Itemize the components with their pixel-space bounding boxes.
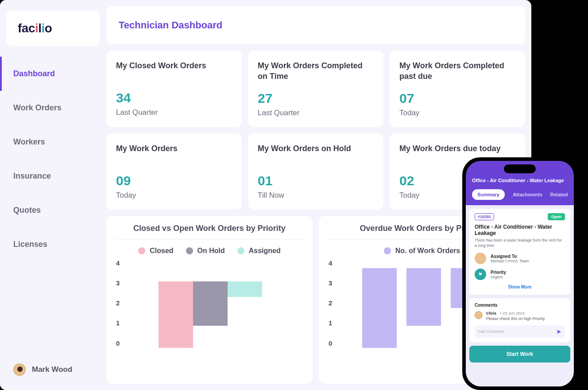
swatch-icon xyxy=(237,247,244,254)
work-order-description: There has been a water leakage form the … xyxy=(475,238,565,248)
stat-title: My Work Orders Completed past due xyxy=(399,60,515,82)
work-order-card: #10291 Open Office - Air Conditioner - W… xyxy=(469,209,570,295)
work-order-id: #10291 xyxy=(475,213,494,220)
desktop-app-window: facilio Dashboard Work Orders Workers In… xyxy=(0,0,531,390)
tab-attachments[interactable]: Attachments xyxy=(513,192,542,197)
tab-summary[interactable]: Summary xyxy=(472,189,505,200)
stat-card-hold: My Work Orders on Hold 01 Till Now xyxy=(248,133,383,210)
stat-value: 09 xyxy=(116,173,232,188)
mobile-body: #10291 Open Office - Air Conditioner - W… xyxy=(466,205,574,386)
stat-value: 01 xyxy=(258,173,374,188)
stat-sub: Today xyxy=(116,191,232,200)
assigned-to-row: Assigned To Michael / HVAC Team xyxy=(475,253,565,264)
swatch-icon xyxy=(186,247,193,254)
bar-assigned xyxy=(228,281,262,297)
work-order-title: Office - Air Conditioner - Water Leakage xyxy=(475,224,565,236)
current-user[interactable]: Mark Wood xyxy=(0,358,106,381)
person-icon xyxy=(475,253,486,264)
stat-title: My Work Orders Completed on Time xyxy=(258,60,374,82)
field-label: Assigned To xyxy=(491,254,529,259)
swatch-icon xyxy=(384,247,391,254)
stat-card-on-time: My Work Orders Completed on Time 27 Last… xyxy=(248,51,383,127)
mobile-page-title: Office - Air Conditioner - Water Leakage xyxy=(472,178,568,183)
stat-value: 27 xyxy=(258,91,374,106)
comments-heading: Comments xyxy=(475,303,565,308)
sidebar-item-dashboard[interactable]: Dashboard xyxy=(0,57,106,91)
priority-row: ⚑ Priority Urgent xyxy=(475,269,565,280)
comment-input[interactable]: Add Comment ➤ xyxy=(475,325,565,338)
chart-closed-vs-open: Closed vs Open Work Orders by Priority C… xyxy=(106,216,313,384)
page-header: Technician Dashboard xyxy=(106,6,525,44)
comments-card: Comments Chris • 23 Jun 2023 Please chec… xyxy=(469,298,570,342)
bar-closed xyxy=(159,281,193,348)
stat-sub: Last Quarter xyxy=(258,109,374,117)
stat-row-1: My Closed Work Orders 34 Last Quarter My… xyxy=(106,51,525,127)
y-axis: 4 3 2 1 0 xyxy=(329,259,332,348)
stat-value: 34 xyxy=(116,90,232,105)
legend-closed: Closed xyxy=(138,247,173,255)
bar-onhold xyxy=(193,281,228,326)
stat-title: My Closed Work Orders xyxy=(116,60,232,82)
bar-overdue-1 xyxy=(362,268,397,348)
swatch-icon xyxy=(138,247,145,254)
mobile-tabs: Summary Attachments Related xyxy=(466,183,574,205)
comment-item: Chris • 23 Jun 2023 Please check this on… xyxy=(475,311,565,321)
logo-card: facilio xyxy=(6,11,100,46)
send-icon[interactable]: ➤ xyxy=(556,328,561,335)
mobile-device-frame: Office - Air Conditioner - Water Leakage… xyxy=(462,157,577,390)
stat-title: My Work Orders xyxy=(116,143,232,164)
sidebar-nav: Dashboard Work Orders Workers Insurance … xyxy=(0,57,106,358)
chart-title: Closed vs Open Work Orders by Priority xyxy=(116,224,303,240)
sidebar-item-workers[interactable]: Workers xyxy=(0,125,106,159)
bar-plot xyxy=(123,259,303,348)
stat-sub: Till Now xyxy=(258,191,374,200)
comment-body: Please check this on high Priority xyxy=(486,316,545,321)
field-value: Michael / HVAC Team xyxy=(491,259,529,263)
y-axis: 4 3 2 1 0 xyxy=(116,259,120,348)
legend-onhold: On Hold xyxy=(186,247,225,255)
sidebar-item-insurance[interactable]: Insurance xyxy=(0,159,106,193)
bar-overdue-2 xyxy=(406,268,441,326)
brand-logo: facilio xyxy=(18,21,89,35)
sidebar-item-work-orders[interactable]: Work Orders xyxy=(0,91,106,125)
field-value: Urgent xyxy=(491,275,506,279)
legend-count: No. of Work Orders xyxy=(384,247,460,255)
chart-body: 4 3 2 1 0 xyxy=(116,257,303,379)
device-notch xyxy=(504,164,536,173)
stat-value: 07 xyxy=(399,91,515,106)
stat-card-my-wo: My Work Orders 09 Today xyxy=(106,133,242,210)
sidebar-item-quotes[interactable]: Quotes xyxy=(0,193,106,227)
sidebar-item-licenses[interactable]: Licenses xyxy=(0,227,106,261)
comment-head: Chris • 23 Jun 2023 xyxy=(486,311,545,316)
stat-card-past-due: My Work Orders Completed past due 07 Tod… xyxy=(390,51,525,127)
status-badge: Open xyxy=(548,213,565,220)
stat-card-closed: My Closed Work Orders 34 Last Quarter xyxy=(106,51,242,127)
avatar xyxy=(13,363,26,376)
stat-sub: Today xyxy=(399,109,515,117)
mobile-screen: Office - Air Conditioner - Water Leakage… xyxy=(466,161,574,386)
start-work-button[interactable]: Start Work xyxy=(469,346,570,363)
page-title: Technician Dashboard xyxy=(119,20,513,31)
comment-placeholder: Add Comment xyxy=(478,329,553,334)
flag-icon: ⚑ xyxy=(475,269,486,280)
show-more-link[interactable]: Show More xyxy=(475,280,565,290)
legend-assigned: Assigned xyxy=(237,247,281,255)
stat-title: My Work Orders on Hold xyxy=(258,143,374,164)
sidebar: facilio Dashboard Work Orders Workers In… xyxy=(0,0,106,390)
user-name: Mark Wood xyxy=(32,365,72,374)
avatar xyxy=(475,311,483,319)
chart-legend: Closed On Hold Assigned xyxy=(116,240,303,257)
field-label: Priority xyxy=(491,270,506,275)
stat-sub: Last Quarter xyxy=(116,108,232,117)
tab-related[interactable]: Related xyxy=(550,192,568,197)
